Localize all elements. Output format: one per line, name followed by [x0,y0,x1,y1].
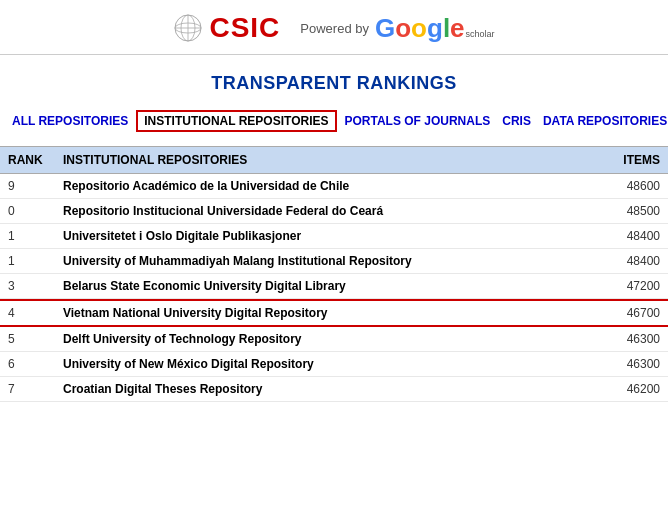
row-name: Repositorio Institucional Universidade F… [63,204,580,218]
page-title: TRANSPARENT RANKINGS [0,63,668,106]
google-l: l [443,13,450,44]
table-row: 7 Croatian Digital Theses Repository 462… [0,377,668,402]
table-header: RANK INSTITUTIONAL REPOSITORIES ITEMS [0,146,668,174]
csic-logo: CSIC [173,12,280,44]
row-name: University of Muhammadiyah Malang Instit… [63,254,580,268]
row-rank: 0 [8,204,63,218]
google-g: G [375,13,395,44]
nav-all-repositories[interactable]: ALL REPOSITORIES [8,112,132,130]
row-rank: 1 [8,254,63,268]
table-row: 9 Repositorio Académico de la Universida… [0,174,668,199]
row-items: 47200 [580,279,660,293]
csic-logo-text: CSIC [209,12,280,44]
table-row: 5 Delft University of Technology Reposit… [0,327,668,352]
row-name: Delft University of Technology Repositor… [63,332,580,346]
header-divider [0,54,668,55]
row-name: Vietnam National University Digital Repo… [63,306,580,320]
powered-by-label: Powered by [300,21,369,36]
row-items: 46300 [580,332,660,346]
google-o1: o [395,13,411,44]
row-rank: 7 [8,382,63,396]
csic-emblem-icon [173,13,203,43]
nav-portals-of-journals[interactable]: PORTALS OF JOURNALS [341,112,495,130]
row-items: 48400 [580,254,660,268]
row-rank: 6 [8,357,63,371]
row-name: Repositorio Académico de la Universidad … [63,179,580,193]
google-scholar-logo: G o o g l e scholar [375,13,495,44]
row-name: Croatian Digital Theses Repository [63,382,580,396]
row-items: 46300 [580,357,660,371]
scholar-subscript: scholar [466,29,495,39]
nav-bar: ALL REPOSITORIES INSTITUTIONAL REPOSITOR… [0,106,668,140]
row-rank: 4 [8,306,63,320]
row-items: 46200 [580,382,660,396]
row-name: University of New México Digital Reposit… [63,357,580,371]
google-e: e [450,13,464,44]
row-items: 48600 [580,179,660,193]
table-row: 3 Belarus State Economic University Digi… [0,274,668,299]
row-name: Belarus State Economic University Digita… [63,279,580,293]
header-rank: RANK [8,153,63,167]
header-name: INSTITUTIONAL REPOSITORIES [63,153,580,167]
row-rank: 9 [8,179,63,193]
table-body: 9 Repositorio Académico de la Universida… [0,174,668,402]
row-rank: 3 [8,279,63,293]
row-rank: 5 [8,332,63,346]
header: CSIC Powered by G o o g l e scholar [0,0,668,54]
google-g2: g [427,13,443,44]
row-name: Universitetet i Oslo Digitale Publikasjo… [63,229,580,243]
row-items: 48400 [580,229,660,243]
row-items: 46700 [580,306,660,320]
rankings-table: RANK INSTITUTIONAL REPOSITORIES ITEMS 9 … [0,146,668,402]
table-row: 1 University of Muhammadiyah Malang Inst… [0,249,668,274]
nav-cris[interactable]: CRIS [498,112,535,130]
google-o2: o [411,13,427,44]
table-row: 6 University of New México Digital Repos… [0,352,668,377]
nav-institutional-repositories[interactable]: INSTITUTIONAL REPOSITORIES [136,110,336,132]
nav-data-repositories[interactable]: DATA REPOSITORIES [539,112,668,130]
row-items: 48500 [580,204,660,218]
header-items: ITEMS [580,153,660,167]
table-row: 1 Universitetet i Oslo Digitale Publikas… [0,224,668,249]
row-rank: 1 [8,229,63,243]
table-row: 0 Repositorio Institucional Universidade… [0,199,668,224]
table-row: 4 Vietnam National University Digital Re… [0,299,668,327]
powered-by-section: Powered by G o o g l e scholar [300,13,494,44]
